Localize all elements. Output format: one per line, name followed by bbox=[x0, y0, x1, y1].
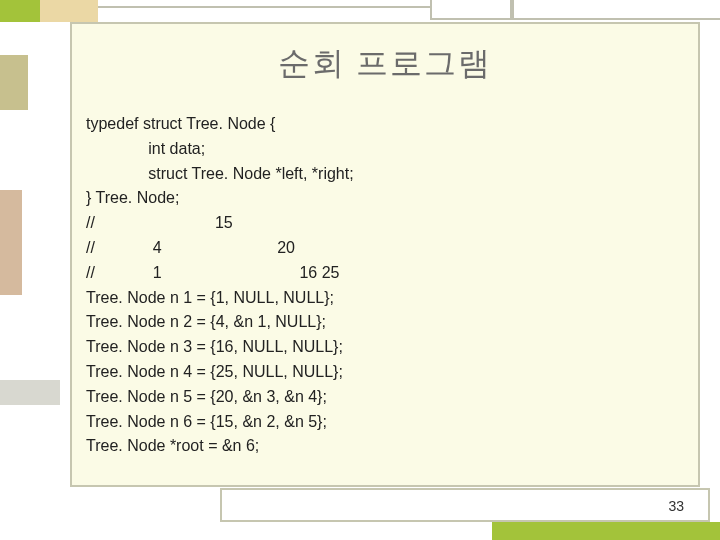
decor-top-green bbox=[0, 0, 40, 22]
slide: 순회 프로그램 typedef struct Tree. Node { int … bbox=[0, 0, 720, 540]
content-card: 순회 프로그램 typedef struct Tree. Node { int … bbox=[70, 22, 700, 487]
decor-bottom-box bbox=[220, 488, 710, 522]
decor-left-olive bbox=[0, 55, 28, 110]
decor-top-box-1 bbox=[430, 0, 512, 20]
page-number: 33 bbox=[668, 498, 684, 514]
slide-title: 순회 프로그램 bbox=[72, 42, 698, 86]
decor-left-tan bbox=[0, 190, 22, 295]
decor-top-line bbox=[98, 0, 430, 8]
decor-top-yellow bbox=[40, 0, 98, 22]
decor-left-gray bbox=[0, 380, 60, 405]
decor-top-box-2 bbox=[512, 0, 720, 20]
code-block: typedef struct Tree. Node { int data; st… bbox=[86, 112, 354, 459]
decor-bottom-olive bbox=[492, 522, 720, 540]
